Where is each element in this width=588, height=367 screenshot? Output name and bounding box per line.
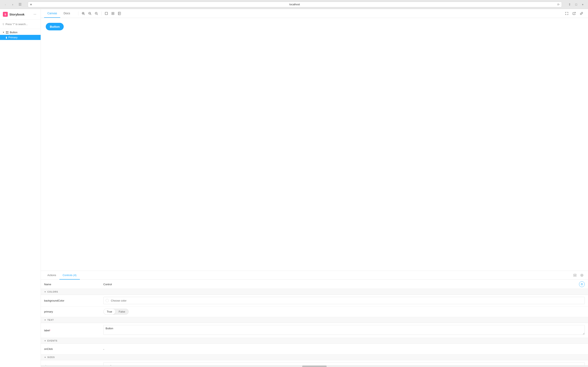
toggle-group-primary: True False xyxy=(103,309,129,315)
toolbar-right-actions xyxy=(563,10,585,17)
toggle-option-true[interactable]: True xyxy=(104,309,115,314)
tab-docs[interactable]: Docs xyxy=(60,9,73,18)
control-value-background-color: Choose color xyxy=(103,297,585,304)
toolbar-separator-2 xyxy=(101,11,102,16)
color-label: Choose color xyxy=(111,299,127,302)
browser-chrome: ‹ › ☷ ◉ localhost ⟳ ⇧ □ + xyxy=(0,0,588,9)
section-label-events: EVENTS xyxy=(47,340,57,342)
story-bookmark-icon: ▮ xyxy=(6,36,7,39)
size-select-wrapper: small medium large ▼ xyxy=(103,362,585,365)
app-container: S Storybook ··· ⚲ ▼ xyxy=(0,9,588,367)
section-chevron-sizes: ▼ xyxy=(44,356,46,359)
fullscreen-button[interactable] xyxy=(563,10,570,17)
section-sizes[interactable]: ▼ SIZES xyxy=(41,354,588,360)
control-row-primary: primary True False xyxy=(41,307,588,317)
browser-actions: ⇧ □ + xyxy=(567,2,586,7)
controls-table: Name Control ▼ COLORS xyxy=(41,280,588,365)
storybook-logo: S xyxy=(3,12,8,17)
toggle-option-false[interactable]: False xyxy=(115,309,129,314)
panel-layout-button[interactable] xyxy=(572,272,578,278)
section-chevron-colors: ▼ xyxy=(44,291,46,293)
toolbar-separator xyxy=(78,11,78,16)
view-grid-button[interactable] xyxy=(110,10,116,17)
sidebar-header: S Storybook ··· xyxy=(0,9,41,20)
sidebar-search: ⚲ xyxy=(0,20,41,29)
tab-controls[interactable]: Controls (4) xyxy=(60,271,80,280)
zoom-in-button[interactable] xyxy=(80,10,86,17)
svg-line-12 xyxy=(97,14,98,15)
sidebar-menu-button[interactable]: ··· xyxy=(32,11,38,17)
back-button[interactable]: ‹ xyxy=(2,2,8,7)
svg-rect-3 xyxy=(7,33,8,34)
section-label-text: TEXT xyxy=(47,319,54,321)
main-content: Canvas Docs xyxy=(41,9,588,367)
section-events[interactable]: ▼ EVENTS xyxy=(41,338,588,344)
name-column-header: Name xyxy=(44,283,103,286)
canvas-preview: Button xyxy=(46,23,583,266)
canvas-area: Button xyxy=(41,18,588,271)
control-row-label: label* Button xyxy=(41,323,588,338)
tab-actions[interactable]: Actions xyxy=(44,271,60,280)
size-select[interactable]: small medium large xyxy=(103,362,585,365)
section-text[interactable]: ▼ TEXT xyxy=(41,317,588,323)
color-swatch xyxy=(105,299,109,302)
svg-line-5 xyxy=(84,14,85,15)
toolbar-tabs: Canvas Docs xyxy=(44,9,73,18)
copy-link-button[interactable] xyxy=(578,10,585,17)
control-row-size: size small medium large ▼ xyxy=(41,360,588,365)
component-grid-icon xyxy=(6,31,9,34)
label-textarea[interactable]: Button xyxy=(103,325,585,335)
required-indicator: * xyxy=(50,329,51,332)
section-colors[interactable]: ▼ COLORS xyxy=(41,289,588,295)
search-wrapper: ⚲ xyxy=(2,21,38,27)
reload-icon[interactable]: ⟳ xyxy=(557,3,560,6)
tab-canvas[interactable]: Canvas xyxy=(44,9,60,18)
controls-header: Name Control xyxy=(41,280,588,289)
forward-button[interactable]: › xyxy=(10,2,16,7)
onclick-value: - xyxy=(103,348,104,351)
color-picker-button[interactable]: Choose color xyxy=(103,297,585,304)
svg-rect-14 xyxy=(112,12,113,13)
share-button[interactable]: ⇧ xyxy=(567,2,572,7)
sidebar-item-label: Button xyxy=(10,31,17,34)
svg-rect-15 xyxy=(113,12,114,13)
bottom-panel: Actions Controls (4) xyxy=(41,271,588,367)
panel-close-button[interactable] xyxy=(579,272,585,278)
zoom-reset-button[interactable] xyxy=(93,10,100,17)
control-value-onclick: - xyxy=(103,347,585,351)
bottom-scrollbar xyxy=(41,365,588,367)
view-docs-button[interactable] xyxy=(116,10,123,17)
preview-button[interactable]: Button xyxy=(46,23,64,30)
svg-rect-23 xyxy=(574,274,576,275)
open-new-tab-button[interactable] xyxy=(571,10,577,17)
panel-tab-actions xyxy=(572,272,585,278)
control-name-background-color: backgroundColor xyxy=(44,299,103,302)
sidebar-tree: ▼ Button ▮ Primary xyxy=(0,29,41,367)
svg-rect-13 xyxy=(105,12,108,15)
add-tab-button[interactable]: + xyxy=(580,2,586,7)
toolbar: Canvas Docs xyxy=(41,9,588,18)
sidebar-item-button-group[interactable]: ▼ Button xyxy=(0,30,41,35)
view-single-button[interactable] xyxy=(103,10,110,17)
sidebar-toggle-button[interactable]: ☷ xyxy=(17,2,23,7)
sidebar: S Storybook ··· ⚲ ▼ xyxy=(0,9,41,367)
section-label-colors: COLORS xyxy=(47,291,58,293)
chevron-down-icon: ▼ xyxy=(2,31,4,33)
url-text[interactable]: localhost xyxy=(34,3,555,6)
control-value-label: Button xyxy=(103,325,585,336)
control-name-primary: primary xyxy=(44,310,103,313)
section-label-sizes: SIZES xyxy=(47,356,55,359)
panel-tabs: Actions Controls (4) xyxy=(41,271,588,280)
zoom-out-button[interactable] xyxy=(86,10,93,17)
control-row-background-color: backgroundColor Choose color xyxy=(41,295,588,307)
search-input[interactable] xyxy=(6,21,38,27)
sidebar-item-primary[interactable]: ▮ Primary xyxy=(0,35,41,40)
svg-rect-1 xyxy=(7,31,8,32)
scrollbar-thumb[interactable] xyxy=(302,366,327,367)
reset-controls-button[interactable] xyxy=(579,281,585,287)
svg-line-9 xyxy=(90,14,91,15)
svg-rect-16 xyxy=(112,14,113,15)
svg-rect-0 xyxy=(6,31,7,32)
logo-letter: S xyxy=(4,13,6,16)
new-tab-button[interactable]: □ xyxy=(573,2,579,7)
